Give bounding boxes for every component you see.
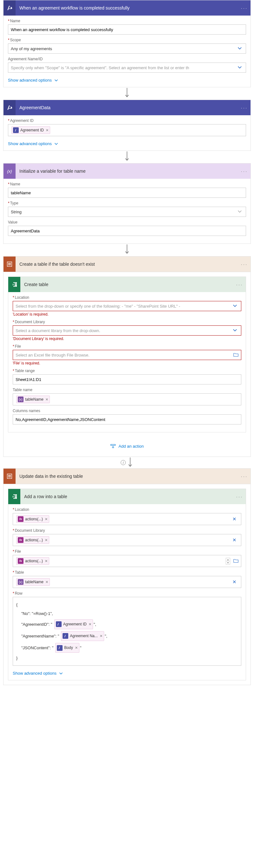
svg-text:X: X bbox=[12, 496, 14, 498]
info-icon[interactable]: i bbox=[121, 460, 126, 465]
file-browse[interactable]: Select an Excel file through File Browse… bbox=[13, 350, 241, 360]
show-advanced-link[interactable]: Show advanced options bbox=[8, 141, 58, 146]
variable-icon: {x} bbox=[3, 163, 15, 179]
token-tablename[interactable]: {x} tableName ✕ bbox=[16, 396, 50, 403]
location-input[interactable]: fx actions(...) ✕ ✕ bbox=[13, 513, 241, 525]
table-label: Table bbox=[15, 570, 24, 575]
show-advanced-link[interactable]: Show advanced options bbox=[13, 671, 63, 676]
token-remove-icon[interactable]: ✕ bbox=[46, 128, 49, 132]
chevron-down-icon[interactable] bbox=[236, 65, 243, 70]
trigger-title: When an agreement workflow is completed … bbox=[15, 5, 237, 10]
token-remove-icon[interactable]: ✕ bbox=[45, 559, 47, 563]
show-advanced-link[interactable]: Show advanced options bbox=[8, 78, 58, 83]
number-stepper[interactable]: ▴▾ bbox=[226, 558, 230, 564]
agreementdata-header[interactable]: AgreementData · · · bbox=[3, 100, 251, 115]
doclib-input[interactable]: fx actions(...) ✕ ✕ bbox=[13, 534, 241, 546]
addrow-header[interactable]: X Add a row into a table · · · bbox=[8, 489, 246, 504]
folder-browse-icon[interactable] bbox=[231, 352, 239, 358]
agreementdata-title: AgreementData bbox=[15, 105, 237, 110]
token-body[interactable]: Body ✕ bbox=[55, 643, 79, 653]
update-scope-body: X Add a row into a table · · · *Location… bbox=[3, 484, 251, 685]
varname-label: Name bbox=[10, 182, 20, 186]
create-scope-header[interactable]: Create a table if the table doesn't exis… bbox=[3, 256, 251, 272]
folder-browse-icon[interactable] bbox=[231, 558, 239, 564]
name-input[interactable] bbox=[8, 25, 246, 35]
update-scope-header[interactable]: Update data in the existing table · · · bbox=[3, 469, 251, 484]
range-input[interactable] bbox=[13, 374, 241, 384]
token-remove-icon[interactable]: ✕ bbox=[45, 580, 48, 584]
svg-rect-17 bbox=[7, 474, 12, 478]
svg-rect-4 bbox=[8, 263, 11, 264]
fx-icon: fx bbox=[18, 558, 24, 564]
varname-input[interactable] bbox=[8, 188, 246, 198]
more-icon[interactable]: · · · bbox=[237, 105, 251, 110]
location-label: Location bbox=[15, 507, 29, 512]
row-json-editor[interactable]: { "No": "=Row()-1", "AgreementID": " Agr… bbox=[13, 597, 241, 666]
createtable-header[interactable]: X Create table · · · bbox=[8, 277, 246, 292]
range-label: Table range bbox=[15, 369, 35, 373]
more-icon[interactable]: · · · bbox=[232, 494, 246, 499]
file-input[interactable]: fx actions(...) ✕ ▴▾ bbox=[13, 555, 241, 567]
chevron-down-icon[interactable] bbox=[236, 46, 243, 52]
token-remove-icon[interactable]: ✕ bbox=[100, 632, 102, 640]
chevron-down-icon[interactable] bbox=[236, 209, 243, 215]
agreementid-input[interactable]: Agreement ID ✕ bbox=[8, 124, 246, 136]
fx-icon: fx bbox=[18, 516, 24, 522]
svg-rect-5 bbox=[8, 265, 11, 265]
token-remove-icon[interactable]: ✕ bbox=[89, 621, 91, 628]
flow-arrow-info: i bbox=[0, 457, 254, 468]
token-fx-actions[interactable]: fx actions(...) ✕ bbox=[16, 536, 49, 544]
agreement-select[interactable]: Specify only when "Scope" is "A specific… bbox=[8, 63, 246, 73]
fx-icon: fx bbox=[18, 537, 24, 543]
svg-text:X: X bbox=[12, 283, 14, 286]
trigger-header[interactable]: When an agreement workflow is completed … bbox=[3, 0, 251, 16]
more-icon[interactable]: · · · bbox=[237, 169, 251, 174]
adobe-sign-icon bbox=[63, 633, 68, 639]
columns-label: Columns names bbox=[13, 409, 40, 413]
clear-icon[interactable]: ✕ bbox=[230, 537, 239, 543]
token-agreementid[interactable]: Agreement ID ✕ bbox=[11, 126, 50, 134]
token-agreementname[interactable]: Agreement Na... ✕ bbox=[61, 631, 104, 641]
more-icon[interactable]: · · · bbox=[232, 282, 246, 287]
location-select[interactable]: Select from the drop-down or specify one… bbox=[13, 301, 241, 311]
createtable-title: Create table bbox=[20, 282, 232, 287]
agreementid-label: Agreement ID bbox=[10, 118, 34, 123]
update-scope-card: Update data in the existing table · · · bbox=[3, 468, 251, 484]
create-scope-title: Create a table if the table doesn't exis… bbox=[15, 261, 237, 267]
adobe-sign-icon bbox=[3, 100, 15, 115]
chevron-down-icon[interactable] bbox=[231, 304, 239, 309]
doclib-label: Document Library bbox=[15, 528, 45, 533]
more-icon[interactable]: · · · bbox=[237, 6, 251, 10]
clear-icon[interactable]: ✕ bbox=[230, 579, 239, 585]
table-input[interactable]: {x} tableName ✕ ✕ bbox=[13, 576, 241, 588]
create-scope-card: Create a table if the table doesn't exis… bbox=[3, 256, 251, 272]
token-agreementid[interactable]: Agreement ID ✕ bbox=[54, 619, 93, 629]
svg-rect-3 bbox=[7, 262, 12, 267]
flow-arrow bbox=[0, 244, 254, 256]
more-icon[interactable]: · · · bbox=[237, 474, 251, 479]
chevron-down-icon[interactable] bbox=[231, 328, 239, 333]
excel-icon: X bbox=[8, 489, 20, 504]
token-remove-icon[interactable]: ✕ bbox=[45, 517, 47, 521]
token-fx-actions[interactable]: fx actions(...) ✕ bbox=[16, 557, 49, 565]
svg-rect-18 bbox=[8, 475, 11, 475]
token-fx-actions[interactable]: fx actions(...) ✕ bbox=[16, 515, 49, 523]
add-action-button[interactable]: Add an action bbox=[8, 440, 246, 452]
scope-value: Any of my agreements bbox=[11, 46, 52, 51]
scope-select[interactable]: Any of my agreements bbox=[8, 43, 246, 54]
more-icon[interactable]: · · · bbox=[237, 262, 251, 267]
varvalue-label: Value bbox=[8, 220, 18, 224]
token-remove-icon[interactable]: ✕ bbox=[75, 644, 78, 651]
varvalue-input[interactable] bbox=[8, 226, 246, 236]
token-tablename[interactable]: {x} tableName ✕ bbox=[16, 578, 50, 586]
columns-input[interactable] bbox=[13, 414, 241, 425]
clear-icon[interactable]: ✕ bbox=[230, 516, 239, 522]
tablename-input[interactable]: {x} tableName ✕ bbox=[13, 393, 241, 405]
doclib-select[interactable]: Select a document library from the drop-… bbox=[13, 326, 241, 336]
variable-icon: {x} bbox=[18, 397, 24, 402]
doclib-error: 'Document Library' is required. bbox=[13, 337, 241, 341]
token-remove-icon[interactable]: ✕ bbox=[45, 538, 47, 542]
token-remove-icon[interactable]: ✕ bbox=[45, 398, 48, 402]
initvar-header[interactable]: {x} Initialize a variable for table name… bbox=[3, 163, 251, 179]
vartype-select[interactable]: String bbox=[8, 207, 246, 217]
